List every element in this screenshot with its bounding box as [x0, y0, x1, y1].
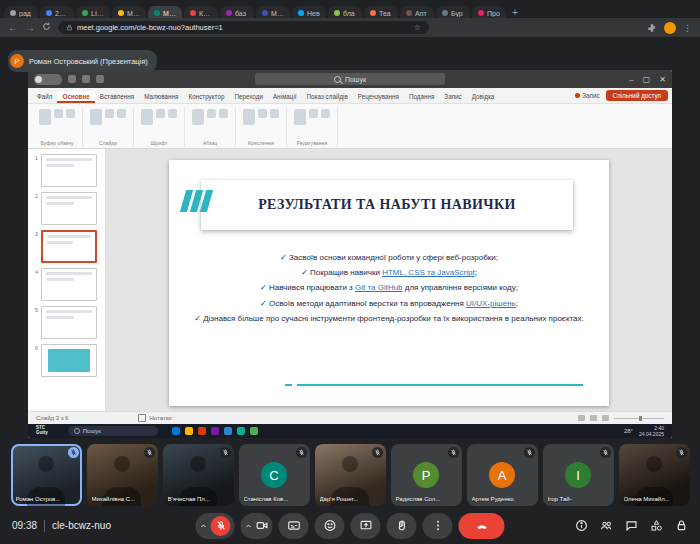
slideshow-icon[interactable]: [602, 415, 609, 421]
slide-thumbnail[interactable]: 6: [32, 344, 97, 377]
ribbon-tab[interactable]: Конструктор: [183, 91, 229, 103]
participant-tile[interactable]: C Станіслав Ков...: [239, 444, 310, 506]
browser-menu-icon[interactable]: ⋮: [683, 23, 692, 33]
reactions-button[interactable]: [315, 513, 345, 539]
tab-favicon-icon: [334, 10, 340, 16]
omnibox[interactable]: meet.google.com/cle-bcwz-nuo?authuser=1 …: [58, 21, 429, 34]
captions-button[interactable]: [279, 513, 309, 539]
participant-tile[interactable]: В'ячеслав Пл...: [163, 444, 234, 506]
ribbon-tab[interactable]: Основне: [57, 91, 94, 103]
profile-avatar[interactable]: [664, 22, 676, 34]
taskbar: STCGutty Пошук: [28, 424, 672, 438]
taskbar-icon[interactable]: [237, 427, 245, 435]
bullet-text: ✓ Засвоїв основи командної роботи у сфер…: [280, 253, 498, 262]
chevron-up-icon[interactable]: [200, 522, 208, 530]
taskbar-icon[interactable]: [185, 427, 193, 435]
share-button[interactable]: Спільний доступ: [606, 90, 668, 101]
taskbar-icon[interactable]: [224, 427, 232, 435]
slide-thumbnail-panel: 1 2: [28, 149, 106, 411]
participant-tile[interactable]: P Радислав Сол...: [391, 444, 462, 506]
taskbar-weather[interactable]: 28°: [624, 428, 633, 434]
taskbar-icon[interactable]: [250, 427, 258, 435]
ribbon-tab[interactable]: Показ слайдів: [302, 91, 353, 103]
avatar: C: [261, 462, 287, 488]
autosave-toggle[interactable]: [34, 74, 62, 85]
participant-tile[interactable]: Роман Остров...: [11, 444, 82, 506]
ribbon-tab[interactable]: Файл: [32, 91, 57, 103]
redo-icon[interactable]: [96, 75, 104, 83]
save-icon[interactable]: [68, 75, 76, 83]
mic-muted-icon: [524, 447, 535, 458]
reload-icon[interactable]: [42, 22, 51, 33]
taskbar-search[interactable]: Пошук: [68, 426, 158, 436]
bullet-link[interactable]: UI/UX-рішень: [466, 299, 516, 308]
ribbon-group-label: Буфер обміну: [40, 138, 73, 147]
ribbon-group[interactable]: Буфер обміну: [32, 107, 83, 147]
participant-tile[interactable]: Олена Михайл...: [619, 444, 690, 506]
taskbar-icon[interactable]: [198, 427, 206, 435]
window-minimize[interactable]: –: [629, 75, 633, 84]
window-close[interactable]: ✕: [659, 75, 666, 84]
ppt-titlebar: Пошук – ▢ ✕: [28, 70, 672, 88]
more-options-button[interactable]: [423, 513, 453, 539]
host-controls-button[interactable]: [675, 519, 688, 532]
undo-icon[interactable]: [82, 75, 90, 83]
bullet-link[interactable]: Git та GitHub: [355, 283, 403, 292]
slide-thumbnail[interactable]: 3: [32, 230, 97, 263]
tab-label: Теа: [379, 10, 391, 17]
ribbon-tab[interactable]: Вставлення: [95, 91, 139, 103]
participant-tile[interactable]: A Артем Руденко: [467, 444, 538, 506]
end-call-button[interactable]: [459, 513, 505, 539]
people-button[interactable]: [600, 519, 613, 532]
ppt-search[interactable]: Пошук: [255, 73, 445, 85]
ribbon-group[interactable]: Абзац: [185, 107, 236, 147]
slide-thumbnail[interactable]: 2: [32, 192, 97, 225]
ribbon-tab[interactable]: Анімації: [268, 91, 302, 103]
bullet-text: ;: [475, 268, 477, 277]
extensions-icon[interactable]: [647, 19, 657, 37]
slide-thumbnail[interactable]: 5: [32, 306, 97, 339]
taskbar-icon[interactable]: [211, 427, 219, 435]
participant-name: Радислав Сол...: [396, 496, 441, 502]
slide-sorter-icon[interactable]: [590, 415, 597, 421]
zoom-slider[interactable]: [614, 418, 664, 419]
ribbon-tab[interactable]: Переходи: [229, 91, 268, 103]
mic-button[interactable]: [196, 513, 235, 539]
window-maximize[interactable]: ▢: [643, 75, 651, 84]
bullet-link[interactable]: HTML, CSS та JavaScript: [382, 268, 475, 277]
slide[interactable]: РЕЗУЛЬТАТИ ТА НАБУТІ НАВИЧКИ ✓ Засвоїв о…: [169, 160, 609, 406]
tray-clock[interactable]: 2:4024.04.2025: [639, 425, 664, 437]
ribbon-group[interactable]: Редагування: [287, 107, 338, 147]
participant-tile[interactable]: I Ігор Тай-: [543, 444, 614, 506]
taskbar-icon[interactable]: [172, 427, 180, 435]
camera-button[interactable]: [241, 513, 273, 539]
chat-button[interactable]: [625, 519, 638, 532]
notes-toggle[interactable]: Нотатки: [138, 414, 171, 422]
ribbon-tab[interactable]: Подання: [404, 91, 439, 103]
thumbnail-preview: [41, 230, 97, 263]
back-icon[interactable]: ←: [8, 23, 18, 33]
slide-title-card: РЕЗУЛЬТАТИ ТА НАБУТІ НАВИЧКИ: [201, 180, 573, 230]
raise-hand-button[interactable]: [387, 513, 417, 539]
slide-thumbnail[interactable]: 1: [32, 154, 97, 187]
ribbon-tab[interactable]: Запис: [439, 91, 466, 103]
present-button[interactable]: [351, 513, 381, 539]
participant-name: Станіслав Ков...: [244, 496, 289, 502]
slide-thumbnail[interactable]: 4: [32, 268, 97, 301]
taskbar-logo: STCGutty: [36, 426, 48, 436]
normal-view-icon[interactable]: [578, 415, 585, 421]
participant-tile[interactable]: Дар'я Рошет...: [315, 444, 386, 506]
bookmark-star-icon[interactable]: ☆: [414, 23, 421, 32]
ribbon-tab[interactable]: Довідка: [467, 91, 500, 103]
ribbon-tab[interactable]: Рецензування: [353, 91, 404, 103]
ribbon-tab[interactable]: Малювання: [139, 91, 183, 103]
ribbon-group[interactable]: Слайди: [83, 107, 134, 147]
ribbon-group[interactable]: Шрифт: [134, 107, 185, 147]
participant-tile[interactable]: Михайлівна С...: [87, 444, 158, 506]
chevron-up-icon[interactable]: [245, 522, 253, 530]
info-button[interactable]: [575, 519, 588, 532]
ribbon-group[interactable]: Креслення: [236, 107, 287, 147]
record-button[interactable]: Запис: [575, 92, 599, 99]
forward-icon[interactable]: →: [25, 23, 35, 33]
activities-button[interactable]: [650, 519, 663, 532]
